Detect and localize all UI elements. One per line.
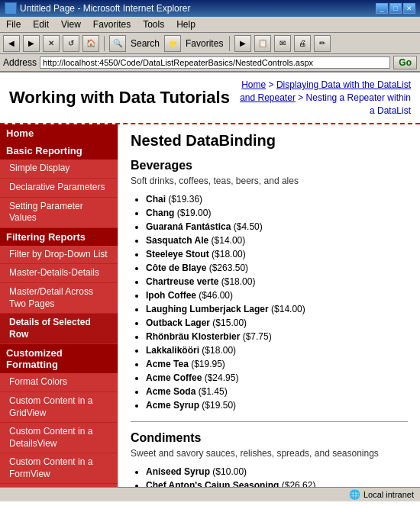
refresh-button[interactable]: ↺ bbox=[63, 35, 79, 52]
zone-label: Local intranet bbox=[363, 490, 414, 499]
list-item: Chef Anton's Cajun Seasoning ($26.62) bbox=[146, 479, 408, 487]
product-list-beverages: Chai ($19.36) Chang ($19.00) Guaraná Fan… bbox=[131, 192, 408, 412]
menu-help[interactable]: Help bbox=[173, 18, 199, 31]
sidebar-item-home[interactable]: Home bbox=[0, 124, 118, 142]
list-item: Acme Tea ($19.95) bbox=[146, 357, 408, 371]
status-zone: 🌐 Local intranet bbox=[349, 489, 414, 500]
sidebar-item-custom-content-gridview[interactable]: Custom Content in a GridView bbox=[0, 392, 118, 423]
list-item: Outback Lager ($15.00) bbox=[146, 316, 408, 330]
page-title: Nested DataBinding bbox=[131, 132, 408, 150]
sidebar-item-setting-parameter-values[interactable]: Setting Parameter Values bbox=[0, 198, 118, 228]
list-item: Acme Soda ($1.45) bbox=[146, 385, 408, 398]
ie-icon bbox=[5, 2, 17, 15]
sidebar-item-master-detail-pages[interactable]: Master/Detail Across Two Pages bbox=[0, 283, 118, 314]
zone-icon: 🌐 bbox=[349, 489, 360, 500]
sidebar-section-customized-formatting[interactable]: Customized Formatting bbox=[0, 344, 118, 373]
list-item: Acme Syrup ($19.50) bbox=[146, 398, 408, 412]
history-button[interactable]: 📋 bbox=[254, 35, 271, 52]
page-wrapper: Working with Data Tutorials Home > Displ… bbox=[0, 73, 420, 487]
search-label: Search bbox=[129, 38, 161, 49]
minimize-button[interactable]: _ bbox=[376, 3, 388, 14]
toolbar-separator bbox=[104, 36, 105, 51]
print-button[interactable]: 🖨 bbox=[294, 35, 311, 52]
home-button[interactable]: 🏠 bbox=[82, 35, 99, 52]
product-list-condiments: Aniseed Syrup ($10.00) Chef Anton's Caju… bbox=[131, 465, 408, 487]
list-item: Aniseed Syrup ($10.00) bbox=[146, 465, 408, 479]
breadcrumb-home[interactable]: Home bbox=[241, 79, 266, 90]
toolbar-separator2 bbox=[229, 36, 230, 51]
list-item: Ipoh Coffee ($46.00) bbox=[146, 288, 408, 302]
sidebar-item-master-details[interactable]: Master-Details-Details bbox=[0, 264, 118, 283]
maximize-button[interactable]: □ bbox=[389, 3, 402, 14]
window-controls[interactable]: _ □ ✕ bbox=[376, 3, 415, 14]
close-button[interactable]: ✕ bbox=[403, 3, 415, 14]
list-item: Chartreuse verte ($18.00) bbox=[146, 275, 408, 288]
forward-button[interactable]: ▶ bbox=[23, 35, 40, 52]
menu-view[interactable]: View bbox=[58, 18, 84, 31]
main-content: Nested DataBinding Beverages Soft drinks… bbox=[118, 124, 420, 487]
list-item: Steeleye Stout ($18.00) bbox=[146, 247, 408, 261]
go-button[interactable]: Go bbox=[393, 56, 417, 69]
menu-tools[interactable]: Tools bbox=[140, 18, 167, 31]
list-item: Lakkalikööri ($18.00) bbox=[146, 343, 408, 357]
list-item: Sasquatch Ale ($14.00) bbox=[146, 234, 408, 247]
sidebar-item-simple-display[interactable]: Simple Display bbox=[0, 160, 118, 179]
list-item: Laughing Lumberjack Lager ($14.00) bbox=[146, 302, 408, 316]
category-title-beverages: Beverages bbox=[131, 159, 408, 172]
sidebar-item-custom-content-formview[interactable]: Custom Content in a FormView bbox=[0, 453, 118, 484]
menu-edit[interactable]: Edit bbox=[30, 18, 52, 31]
list-item: Guaraná Fantástica ($4.50) bbox=[146, 220, 408, 234]
address-bar: Address Go bbox=[0, 54, 420, 73]
category-desc-condiments: Sweet and savory sauces, relishes, sprea… bbox=[131, 448, 408, 459]
sidebar-item-custom-content-detailsview[interactable]: Custom Content in a DetailsView bbox=[0, 423, 118, 453]
favorites-label: Favorites bbox=[184, 38, 225, 49]
back-button[interactable]: ◀ bbox=[3, 35, 20, 52]
list-item: Chang ($19.00) bbox=[146, 206, 408, 220]
list-item: Rhönbräu Klosterbier ($7.75) bbox=[146, 330, 408, 343]
list-item: Acme Coffee ($24.95) bbox=[146, 371, 408, 385]
favorites-button[interactable]: ⭐ bbox=[164, 35, 181, 52]
status-bar: 🌐 Local intranet bbox=[0, 487, 420, 501]
breadcrumb: Home > Displaying Data with the DataList… bbox=[235, 79, 411, 117]
window-title: Untitled Page - Microsoft Internet Explo… bbox=[20, 3, 190, 14]
media-button[interactable]: ▶ bbox=[234, 35, 251, 52]
site-title: Working with Data Tutorials bbox=[9, 88, 230, 108]
menu-favorites[interactable]: Favorites bbox=[90, 18, 134, 31]
sidebar: Home Basic Reporting Simple Display Decl… bbox=[0, 124, 118, 487]
sidebar-item-declarative-parameters[interactable]: Declarative Parameters bbox=[0, 179, 118, 198]
address-input[interactable] bbox=[40, 56, 390, 69]
breadcrumb-current: Nesting a Repeater within a DataList bbox=[306, 92, 411, 116]
category-title-condiments: Condiments bbox=[131, 431, 408, 445]
content-area: Home Basic Reporting Simple Display Decl… bbox=[0, 124, 420, 487]
menu-file[interactable]: File bbox=[3, 18, 24, 31]
address-label: Address bbox=[3, 57, 37, 68]
category-divider bbox=[131, 421, 408, 422]
list-item: Côte de Blaye ($263.50) bbox=[146, 261, 408, 275]
sidebar-section-basic-reporting[interactable]: Basic Reporting bbox=[0, 142, 118, 160]
title-bar: Untitled Page - Microsoft Internet Explo… bbox=[0, 0, 420, 17]
sidebar-item-summary-data-footer[interactable]: Summary Data in Footer bbox=[0, 484, 118, 487]
list-item: Chai ($19.36) bbox=[146, 192, 408, 206]
category-desc-beverages: Soft drinks, coffees, teas, beers, and a… bbox=[131, 176, 408, 186]
sidebar-item-filter-dropdown[interactable]: Filter by Drop-Down List bbox=[0, 246, 118, 265]
stop-button[interactable]: ✕ bbox=[43, 35, 60, 52]
page-header: Working with Data Tutorials Home > Displ… bbox=[0, 73, 420, 124]
mail-button[interactable]: ✉ bbox=[274, 35, 291, 52]
sidebar-item-format-colors[interactable]: Format Colors bbox=[0, 373, 118, 392]
menu-bar: File Edit View Favorites Tools Help bbox=[0, 17, 420, 33]
search-button[interactable]: 🔍 bbox=[109, 35, 126, 52]
sidebar-section-filtering-reports[interactable]: Filtering Reports bbox=[0, 228, 118, 246]
sidebar-item-details-selected-row[interactable]: Details of Selected Row bbox=[0, 314, 118, 344]
edit-button[interactable]: ✏ bbox=[314, 35, 331, 52]
toolbar: ◀ ▶ ✕ ↺ 🏠 🔍 Search ⭐ Favorites ▶ 📋 ✉ 🖨 ✏ bbox=[0, 33, 420, 54]
